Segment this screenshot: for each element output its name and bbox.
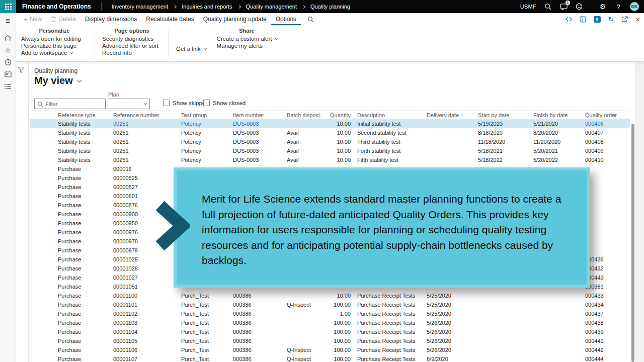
table-cell[interactable]: 00251 — [113, 155, 181, 164]
table-cell[interactable]: Purchase — [58, 210, 113, 219]
refresh-icon[interactable]: ↻ — [608, 16, 614, 23]
table-cell[interactable]: 8/18/2020 — [478, 128, 533, 137]
table-row[interactable]: Stability tests00251PotencyDUS-0003Avail… — [30, 155, 630, 164]
table-cell[interactable]: 000386 — [233, 354, 287, 362]
table-row[interactable]: Purchase00001105Purch_Test000386100.00Pu… — [30, 336, 630, 345]
recalculate-dates-button[interactable]: Recalculate dates — [141, 13, 198, 25]
table-cell[interactable] — [533, 336, 585, 345]
row-gutter[interactable] — [30, 210, 58, 219]
table-cell[interactable] — [585, 210, 630, 219]
table-cell[interactable]: 000386 — [233, 327, 287, 336]
table-cell[interactable]: 00251 — [113, 128, 181, 137]
action-search-icon[interactable] — [303, 13, 318, 25]
table-cell[interactable]: Purch_Test — [181, 327, 233, 336]
row-gutter[interactable] — [30, 237, 58, 246]
row-gutter[interactable] — [30, 201, 58, 210]
table-cell[interactable]: Purch_Test — [181, 291, 233, 300]
breadcrumb-module[interactable]: Inventory management — [110, 4, 171, 10]
table-cell[interactable]: 1.00 — [322, 309, 352, 318]
table-cell[interactable]: Purchase — [58, 164, 113, 173]
table-cell[interactable]: 100.00 — [322, 327, 352, 336]
row-gutter[interactable] — [30, 128, 58, 137]
table-cell[interactable]: 10.00 — [322, 128, 352, 137]
table-cell[interactable]: 00001051 — [113, 282, 181, 291]
table-cell[interactable]: Purchase — [58, 255, 113, 264]
table-cell[interactable]: 100.00 — [322, 354, 352, 362]
table-cell[interactable]: 00001103 — [113, 318, 181, 327]
table-cell[interactable] — [585, 219, 630, 228]
table-cell[interactable]: 10.00 — [322, 291, 352, 300]
table-cell[interactable]: 8/20/2020 — [533, 128, 585, 137]
row-gutter[interactable] — [30, 282, 58, 291]
table-cell[interactable]: DUS-0003 — [233, 146, 287, 155]
table-cell[interactable]: Purchase — [58, 318, 113, 327]
table-cell[interactable]: Purchase — [58, 219, 113, 228]
table-cell[interactable]: 00251 — [113, 119, 181, 128]
table-cell[interactable] — [585, 164, 630, 173]
record-info-item[interactable]: Record info — [102, 49, 162, 56]
always-open-for-editing-item[interactable]: Always open for editing — [21, 35, 88, 42]
row-gutter[interactable] — [30, 255, 58, 264]
table-row[interactable]: Stability tests00251PotencyDUS-0003Avail… — [30, 137, 630, 146]
table-cell[interactable]: Second stability test — [352, 128, 427, 137]
table-cell[interactable] — [585, 228, 630, 237]
table-cell[interactable]: 000386 — [233, 300, 287, 309]
table-row[interactable]: Purchase00001101Purch_Test000386Q-Inspec… — [30, 300, 630, 309]
security-diagnostics-item[interactable]: Security diagnostics — [102, 35, 162, 42]
row-gutter[interactable] — [30, 246, 58, 255]
table-cell[interactable] — [478, 291, 533, 300]
show-skipped-checkbox[interactable] — [163, 100, 170, 106]
table-cell[interactable]: 5/26/2020 — [427, 345, 478, 354]
table-cell[interactable] — [287, 119, 322, 128]
column-header-item-number[interactable]: Item number — [233, 111, 287, 119]
table-cell[interactable] — [427, 155, 478, 164]
table-cell[interactable]: Potency — [181, 146, 233, 155]
table-cell[interactable]: Purchase — [58, 201, 113, 210]
table-cell[interactable]: 000386 — [233, 291, 287, 300]
table-cell[interactable]: Potency — [181, 155, 233, 164]
table-cell[interactable]: Purchase — [58, 192, 113, 201]
advanced-filter-or-sort-item[interactable]: Advanced filter or sort — [102, 42, 162, 49]
row-gutter[interactable] — [30, 327, 58, 336]
app-launcher-icon[interactable] — [0, 0, 16, 13]
table-cell[interactable] — [585, 246, 630, 255]
table-cell[interactable]: 5/20/2022 — [533, 155, 585, 164]
table-cell[interactable]: 000436 — [585, 255, 630, 264]
table-cell[interactable]: 5/26/2020 — [427, 336, 478, 345]
table-cell[interactable]: 000433 — [585, 291, 630, 300]
table-cell[interactable]: 000439 — [585, 327, 630, 336]
table-cell[interactable] — [478, 345, 533, 354]
table-row[interactable]: Purchase00001104Purch_Test000386100.00Pu… — [30, 327, 630, 336]
table-cell[interactable] — [478, 327, 533, 336]
table-row[interactable]: Purchase00001106Purch_Test000386Q-Inspec… — [30, 345, 630, 354]
table-cell[interactable] — [478, 336, 533, 345]
table-cell[interactable] — [585, 173, 630, 183]
favorites-star-icon[interactable]: ☆ — [0, 44, 16, 56]
table-cell[interactable] — [533, 327, 585, 336]
table-cell[interactable]: 10.00 — [322, 119, 352, 128]
table-cell[interactable]: 000437 — [585, 309, 630, 318]
table-cell[interactable]: Purchase — [58, 228, 113, 237]
table-cell[interactable]: 00000527 — [113, 183, 181, 192]
table-cell[interactable]: 5/25/2020 — [427, 300, 478, 309]
breadcrumb-section[interactable]: Inquiries and reports — [180, 4, 234, 10]
smiley-icon[interactable] — [575, 3, 583, 11]
table-cell[interactable]: Purch_Test — [181, 309, 233, 318]
workspaces-icon[interactable] — [0, 68, 16, 80]
search-icon[interactable] — [544, 3, 552, 11]
row-gutter[interactable] — [30, 264, 58, 273]
table-cell[interactable]: 000408 — [585, 137, 630, 146]
add-to-workspace-item[interactable]: Add to workspace — [21, 49, 88, 56]
table-row[interactable]: Purchase00001103Purch_Test000386100.00Pu… — [30, 318, 630, 327]
table-cell[interactable] — [478, 309, 533, 318]
table-cell[interactable]: Purchase — [58, 173, 113, 183]
column-header-quality-order[interactable]: Quality order — [585, 111, 630, 119]
table-cell[interactable]: Purchase — [58, 309, 113, 318]
table-cell[interactable]: Purchase Receipt Tests — [352, 336, 427, 345]
table-cell[interactable] — [287, 336, 322, 345]
table-cell[interactable]: 5/18/2021 — [478, 146, 533, 155]
row-gutter[interactable] — [30, 318, 58, 327]
table-cell[interactable]: 00001104 — [113, 327, 181, 336]
view-selector[interactable]: My view — [34, 75, 80, 86]
column-header-start-by-date[interactable]: Start by date — [478, 111, 533, 119]
